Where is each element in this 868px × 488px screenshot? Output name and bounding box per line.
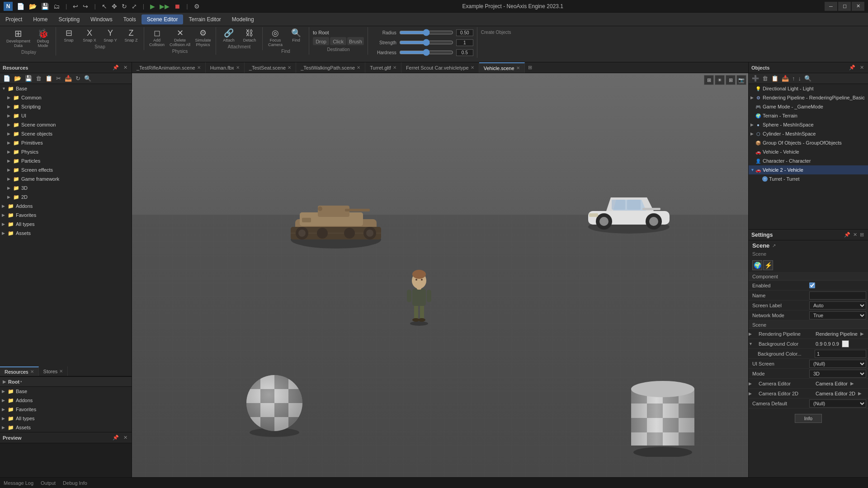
obj-copy-button[interactable]: 📋 bbox=[770, 75, 780, 82]
play-icon[interactable]: ▶▶ bbox=[158, 2, 171, 11]
obj-cylinder[interactable]: ▶ ⬡ Cylinder - MeshInSpace bbox=[749, 129, 868, 138]
file-tree-all-types[interactable]: ▶ 📁 All types bbox=[0, 414, 132, 423]
menu-tools[interactable]: Tools bbox=[118, 14, 142, 24]
cursor-icon[interactable]: ↖ bbox=[100, 2, 108, 11]
obj-add-button[interactable]: ➕ bbox=[750, 75, 760, 82]
restore-button[interactable]: ◻ bbox=[838, 2, 851, 11]
brush-button[interactable]: Brush bbox=[347, 37, 364, 45]
obj-directional-light[interactable]: 💡 Directional Light - Light bbox=[749, 84, 868, 93]
settings-lightning-icon-button[interactable]: ⚡ bbox=[763, 260, 773, 270]
file-tree-favorites[interactable]: ▶ 📁 Favorites bbox=[0, 405, 132, 414]
res-delete-button[interactable]: 🗑 bbox=[34, 75, 43, 82]
res-save-button[interactable]: 💾 bbox=[24, 75, 33, 82]
tree-item-scene-objects[interactable]: ▶ 📁 Scene objects bbox=[0, 129, 132, 138]
stop-icon[interactable]: ⏹ bbox=[173, 2, 182, 11]
tab-stores[interactable]: Stores ✕ bbox=[39, 366, 68, 376]
tab-test-seat[interactable]: _TestSeat.scene ✕ bbox=[245, 62, 296, 73]
camera-default-select[interactable]: (Null) bbox=[809, 399, 866, 408]
obj-rendering-pipeline[interactable]: ▶ ⚙ Rendering Pipeline - RenderingPipeli… bbox=[749, 93, 868, 102]
vp-grid-button[interactable]: ⊞ bbox=[726, 75, 736, 85]
background-color-swatch[interactable] bbox=[842, 340, 849, 347]
radius-slider[interactable] bbox=[399, 29, 453, 36]
add-collision-button[interactable]: ◻ AddCollision bbox=[147, 28, 167, 48]
preview-pin-button[interactable]: 📌 bbox=[111, 434, 120, 441]
tree-item-base[interactable]: ▼ 📁 Base bbox=[0, 84, 132, 93]
settings-pin-button[interactable]: 📌 bbox=[843, 231, 852, 238]
tab-vehicle-scene[interactable]: Vehicle.scene ✕ bbox=[479, 62, 525, 73]
drop-button[interactable]: Drop bbox=[313, 37, 329, 45]
scale-icon[interactable]: ⤢ bbox=[130, 2, 138, 11]
obj-group-of-objects[interactable]: 📦 Group Of Objects - GroupOfObjects bbox=[749, 138, 868, 147]
res-open-button[interactable]: 📂 bbox=[13, 75, 23, 82]
objects-pin-button[interactable]: 📌 bbox=[848, 64, 857, 71]
development-data-button[interactable]: ⊞ DevelopmentData bbox=[5, 28, 32, 49]
simulate-physics-button[interactable]: ⚙ SimulatePhysics bbox=[193, 28, 213, 48]
tree-item-addons[interactable]: ▶ 📁 Addons bbox=[0, 202, 132, 211]
preview-close-button[interactable]: ✕ bbox=[122, 434, 129, 441]
tree-item-physics[interactable]: ▶ 📁 Physics bbox=[0, 147, 132, 156]
obj-game-mode[interactable]: 🎮 Game Mode - _GameMode bbox=[749, 102, 868, 111]
focus-camera-button[interactable]: ◎ FocusCamera bbox=[265, 28, 285, 48]
menu-terrain-editor[interactable]: Terrain Editor bbox=[183, 14, 226, 24]
statusbar-debug-info[interactable]: Debug Info bbox=[63, 480, 87, 486]
tree-item-assets[interactable]: ▶ 📁 Assets bbox=[0, 229, 132, 238]
menu-scene-editor[interactable]: Scene Editor bbox=[142, 14, 184, 24]
move-icon[interactable]: ✥ bbox=[110, 2, 118, 11]
delete-collision-button[interactable]: ✕ DeleteCollision All bbox=[168, 28, 192, 48]
rotate-icon[interactable]: ↻ bbox=[120, 2, 128, 11]
save-all-icon[interactable]: 🗂 bbox=[52, 2, 61, 11]
file-tree-addons[interactable]: ▶ 📁 Addons bbox=[0, 396, 132, 405]
tab-test-seat-close[interactable]: ✕ bbox=[288, 65, 291, 70]
open-file-icon[interactable]: 📂 bbox=[28, 2, 38, 11]
network-mode-select[interactable]: True bbox=[809, 311, 866, 319]
menu-scripting[interactable]: Scripting bbox=[53, 14, 85, 24]
obj-paste-button[interactable]: 📥 bbox=[780, 75, 790, 82]
obj-vehicle[interactable]: 🚗 Vehicle - Vehicle bbox=[749, 147, 868, 156]
res-refresh-button[interactable]: ↻ bbox=[74, 75, 82, 82]
info-button[interactable]: Info bbox=[795, 414, 822, 423]
resources-pin-button[interactable]: 📌 bbox=[111, 64, 120, 71]
vp-2d-button[interactable]: ⊞ bbox=[704, 75, 714, 85]
menu-windows[interactable]: Windows bbox=[85, 14, 118, 24]
obj-up-button[interactable]: ↑ bbox=[791, 75, 797, 82]
statusbar-output[interactable]: Output bbox=[41, 480, 56, 486]
obj-character[interactable]: 👤 Character - Character bbox=[749, 156, 868, 165]
tree-item-scripting[interactable]: ▶ 📁 Scripting bbox=[0, 102, 132, 111]
tab-test-rifle[interactable]: _TestRifleAnimation.scene ✕ bbox=[132, 62, 206, 73]
tree-item-2d[interactable]: ▶ 📁 2D bbox=[0, 192, 132, 202]
tree-item-common[interactable]: ▶ 📁 Common bbox=[0, 93, 132, 102]
ui-screen-select[interactable]: (Null) bbox=[809, 360, 866, 368]
new-file-icon[interactable]: 📄 bbox=[15, 2, 26, 11]
menu-project[interactable]: Project bbox=[0, 14, 28, 24]
click-button[interactable]: Click bbox=[330, 37, 346, 45]
obj-vehicle2[interactable]: ▼ 🚗 Vehicle 2 - Vehicle bbox=[749, 165, 868, 174]
tab-resources[interactable]: Resources ✕ bbox=[0, 366, 39, 376]
save-icon[interactable]: 💾 bbox=[40, 2, 50, 11]
tab-stores-close[interactable]: ✕ bbox=[59, 369, 63, 374]
tab-test-walking-close[interactable]: ✕ bbox=[357, 65, 360, 70]
obj-sphere[interactable]: ▶ ● Sphere - MeshInSpace bbox=[749, 120, 868, 129]
obj-down-button[interactable]: ↓ bbox=[797, 75, 803, 82]
tab-turret-gltf[interactable]: Turret.gltf ✕ bbox=[365, 62, 401, 73]
viewport-3d[interactable]: ⊞ ☀ ⊞ 📷 bbox=[132, 73, 748, 477]
settings-close-button[interactable]: ✕ bbox=[852, 231, 859, 238]
mode-select[interactable]: 3D 2D bbox=[809, 370, 866, 378]
settings-external-link-icon[interactable]: ↗ bbox=[772, 243, 776, 248]
rendering-pipeline-arrow[interactable]: ▶ bbox=[860, 331, 864, 336]
tab-test-walking[interactable]: _TestWalkingPath.scene ✕ bbox=[296, 62, 365, 73]
snap-button[interactable]: ⊟ Snap bbox=[59, 28, 79, 43]
res-paste-button[interactable]: 📥 bbox=[63, 75, 73, 82]
tree-item-screen-effects[interactable]: ▶ 📁 Screen effects bbox=[0, 165, 132, 174]
hardness-slider[interactable] bbox=[399, 49, 453, 56]
background-color-mult-input[interactable] bbox=[815, 350, 866, 358]
tree-item-ui[interactable]: ▶ 📁 UI bbox=[0, 111, 132, 120]
tree-item-scene-common[interactable]: ▶ 📁 Scene common bbox=[0, 120, 132, 129]
obj-terrain[interactable]: 🌍 Terrain - Terrain bbox=[749, 111, 868, 120]
tab-ferret-close[interactable]: ✕ bbox=[471, 65, 474, 70]
tab-resources-close[interactable]: ✕ bbox=[30, 369, 34, 374]
file-tree-base[interactable]: ▶ 📁 Base bbox=[0, 387, 132, 396]
detach-button[interactable]: ⛓ Detach bbox=[240, 28, 259, 43]
close-button[interactable]: ✕ bbox=[852, 2, 864, 11]
res-cut-button[interactable]: ✂ bbox=[55, 75, 62, 82]
snap-y-button[interactable]: Y Snap Y bbox=[100, 28, 120, 43]
